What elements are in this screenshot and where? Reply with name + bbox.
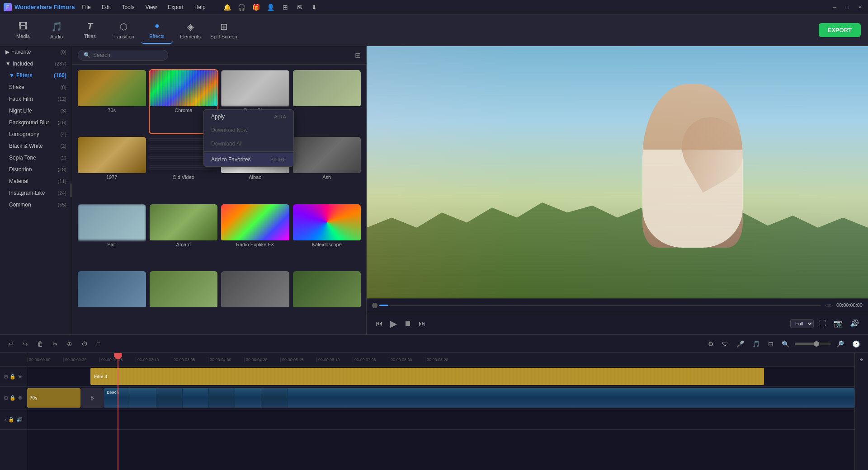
film3-clip[interactable]: Film 3 [90,368,764,385]
toolbar-split-screen[interactable]: ⊞ Split Screen [208,17,240,44]
context-menu-apply[interactable]: Apply Alt+A [204,110,293,123]
filter-night-life[interactable]: Night Life (3) [4,105,72,117]
close-button[interactable]: ✕ [855,3,864,12]
grid-toggle-button[interactable]: ⊞ [355,51,361,60]
filter-faux-film[interactable]: Faux Film (12) [4,93,72,105]
search-input[interactable] [93,52,162,58]
filter-sepia-tone[interactable]: Sepia Tone (2) [4,152,72,164]
filter-distortion[interactable]: Distortion (18) [4,164,72,175]
filter-thumb-row4b [150,271,218,307]
panel-favorite[interactable]: ▶ Favorite (0) [0,46,72,58]
filter-item-ash[interactable]: Ash [293,137,361,200]
volume-icon[interactable]: 🔊 [848,317,861,329]
titles-icon: T [87,21,93,32]
tl-shield-button[interactable]: 🛡 [719,338,731,349]
filter-item-1977[interactable]: 1977 [78,137,146,200]
context-menu-add-to-favorites[interactable]: Add to Favorites Shift+F [204,153,293,166]
notification-icon[interactable]: 🔔 [222,2,233,13]
preview-skip-back[interactable]: ⏮ [374,318,385,329]
preview-play[interactable]: ▶ [388,316,399,331]
headset-icon[interactable]: 🎧 [236,2,247,13]
tl-zoom-slider[interactable] [795,343,831,345]
tl-add-track-button[interactable]: + [857,355,866,365]
maximize-button[interactable]: □ [843,3,852,12]
filter-lomography[interactable]: Lomography (4) [4,128,72,140]
audio-lock-icon[interactable]: 🔒 [8,417,14,423]
tl-clock-button[interactable]: 🕐 [849,338,863,349]
profile-icon[interactable]: 👤 [265,2,276,13]
split-screen-icon: ⊞ [220,21,228,32]
filter-item-70s[interactable]: 70s [78,70,146,133]
filter-item-row4b[interactable] [150,271,218,329]
70s-clip[interactable]: 70s [27,388,80,408]
mail-icon[interactable]: ✉ [294,2,305,13]
track2-eye-icon[interactable]: 👁 [18,395,23,401]
panel-filters[interactable]: ▼ Filters (160) [0,70,72,81]
filter-common[interactable]: Common (55) [4,199,72,211]
toolbar-effects[interactable]: ✦ Effects [141,17,173,44]
quality-select[interactable]: Full 1/2 1/4 [790,319,814,328]
tl-cut-button[interactable]: ✂ [50,338,61,349]
search-box[interactable]: 🔍 [78,50,168,61]
elements-icon: ◈ [187,21,194,32]
track1-lock-icon[interactable]: 🔒 [9,374,16,380]
export-button[interactable]: EXPORT [819,23,861,37]
menu-help[interactable]: Help [193,3,208,11]
tl-delete-button[interactable]: 🗑 [34,338,46,349]
tl-zoom-out-button[interactable]: 🔍 [779,338,792,349]
menu-export[interactable]: Export [166,3,185,11]
tl-layout-button[interactable]: ⊟ [765,338,776,349]
preview-progress-bar[interactable] [379,305,821,306]
tl-copy-button[interactable]: ⊕ [64,338,75,349]
tl-timer-button[interactable]: ⏱ [79,338,90,349]
filter-item-kaleidoscope[interactable]: Kaleidoscope [293,204,361,268]
filter-item-blur[interactable]: Blur [78,204,146,268]
preview-panel: ◁ ▷ 00:00:00:00 ⏮ ▶ ⏹ ⏭ Full 1/2 1/4 ⛶ 📷… [366,46,868,334]
favorite-count: (0) [61,49,66,55]
filter-item-radio-explike[interactable]: Radio Explike FX [221,204,289,268]
filter-item-empty1[interactable] [293,70,361,133]
tl-zoom-in-button[interactable]: 🔎 [834,338,847,349]
b-clip[interactable]: B [80,388,104,408]
tl-settings-button[interactable]: ⚙ [705,338,717,349]
tl-adjust-button[interactable]: ≡ [94,338,103,349]
fullscreen-icon[interactable]: ⛶ [817,318,828,329]
panel-included[interactable]: ▼ Included (287) [0,58,72,70]
menu-tools[interactable]: Tools [120,3,136,11]
tl-music-button[interactable]: 🎵 [750,338,763,349]
preview-skip-forward[interactable]: ⏭ [417,318,428,329]
filter-instagram-like[interactable]: Instagram-Like (24) [4,187,72,199]
toolbar-titles[interactable]: T Titles [74,17,106,44]
apply-shortcut: Alt+A [274,114,286,119]
toolbar-media[interactable]: 🎞 Media [7,17,39,44]
snapshot-icon[interactable]: 📷 [832,317,844,329]
menu-view[interactable]: View [143,3,159,11]
filter-item-amaro[interactable]: Amaro [150,204,218,268]
preview-stop[interactable]: ⏹ [402,318,413,329]
filter-item-row4d[interactable] [293,271,361,329]
minimize-button[interactable]: ─ [830,3,839,12]
menu-file[interactable]: File [80,3,92,11]
tl-redo-button[interactable]: ↪ [20,338,31,349]
tl-undo-button[interactable]: ↩ [5,338,16,349]
tl-mic-button[interactable]: 🎤 [734,338,747,349]
gift-icon[interactable]: 🎁 [251,2,262,13]
download-icon[interactable]: ⬇ [309,2,320,13]
preview-progress-dot[interactable] [372,303,377,308]
filter-background-blur[interactable]: Background Blur (16) [4,117,72,128]
audio-volume-icon[interactable]: 🔊 [16,417,23,423]
beach-clip[interactable]: Beach [104,388,854,408]
track2-lock-icon[interactable]: 🔒 [9,395,16,401]
filter-item-row4a[interactable] [78,271,146,329]
toolbar-audio[interactable]: 🎵 Audio [41,17,72,44]
toolbar-elements[interactable]: ◈ Elements [175,17,206,44]
menu-edit[interactable]: Edit [100,3,113,11]
window-controls: ─ □ ✕ [830,3,864,12]
grid-icon[interactable]: ⊞ [280,2,291,13]
filter-item-row4c[interactable] [221,271,289,329]
filter-shake[interactable]: Shake (8) [4,81,72,93]
filter-material[interactable]: Material (11) [4,175,72,187]
toolbar-transition[interactable]: ⬡ Transition [108,17,139,44]
track1-eye-icon[interactable]: 👁 [18,374,23,379]
filter-black-white[interactable]: Black & White (2) [4,140,72,152]
